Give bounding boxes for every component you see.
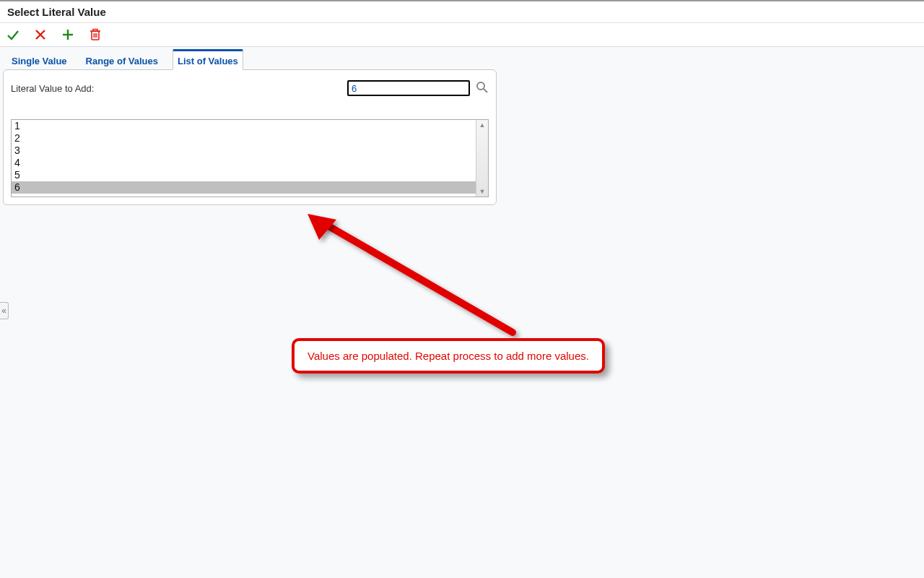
list-item[interactable]: 6: [12, 181, 476, 194]
list-item[interactable]: 2: [12, 132, 476, 144]
annotation-callout: Values are populated. Repeat process to …: [292, 338, 605, 374]
collapse-sidebar-handle[interactable]: «: [0, 302, 9, 319]
toolbar: [0, 23, 924, 47]
browse-button[interactable]: [476, 81, 489, 96]
plus-icon: [61, 28, 74, 41]
svg-line-12: [325, 224, 513, 332]
trash-icon: [90, 28, 101, 41]
ok-button[interactable]: [6, 27, 20, 42]
svg-rect-9: [93, 30, 97, 32]
literal-value-row: Literal Value to Add:: [11, 80, 489, 96]
cancel-button[interactable]: [33, 27, 48, 42]
values-listbox[interactable]: 123456 ▲ ▼: [11, 119, 489, 197]
magnifier-icon: [476, 81, 489, 94]
literal-value-input[interactable]: [347, 80, 470, 96]
page-title: Select Literal Value: [7, 6, 917, 18]
annotation-arrow: [303, 210, 534, 354]
add-button[interactable]: [61, 27, 75, 42]
tab-bar: Single Value Range of Values List of Val…: [0, 48, 924, 69]
list-item[interactable]: 1: [12, 120, 476, 132]
svg-marker-13: [308, 214, 336, 240]
list-of-values-panel: Literal Value to Add: 123456 ▲ ▼: [3, 69, 497, 205]
literal-value-label: Literal Value to Add:: [11, 83, 94, 94]
tab-list-of-values[interactable]: List of Values: [173, 49, 243, 70]
annotation-text: Values are populated. Repeat process to …: [308, 350, 589, 362]
list-item[interactable]: 4: [12, 157, 476, 169]
tab-range-of-values[interactable]: Range of Values: [82, 51, 162, 69]
delete-button[interactable]: [88, 27, 103, 42]
scroll-up-icon: ▲: [479, 120, 486, 130]
check-icon: [6, 27, 20, 42]
values-listbox-items: 123456: [12, 120, 476, 197]
x-icon: [34, 28, 47, 41]
svg-line-11: [484, 89, 487, 92]
list-item[interactable]: 3: [12, 144, 476, 157]
title-bar: Select Literal Value: [0, 0, 924, 23]
scroll-down-icon: ▼: [479, 186, 486, 197]
svg-point-10: [477, 82, 484, 90]
chevron-double-left-icon: «: [1, 306, 6, 316]
tab-single-value[interactable]: Single Value: [7, 51, 71, 69]
list-item[interactable]: 5: [12, 169, 476, 181]
listbox-scrollbar[interactable]: ▲ ▼: [476, 120, 488, 197]
